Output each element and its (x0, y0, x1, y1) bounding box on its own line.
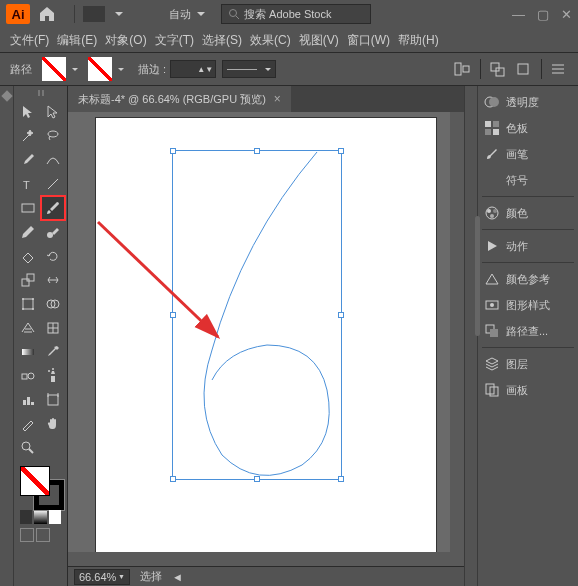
stroke-weight-input[interactable]: ▲▼ (170, 60, 216, 78)
eraser-tool[interactable] (16, 244, 41, 268)
rectangle-tool[interactable] (16, 196, 41, 220)
free-transform-tool[interactable] (16, 292, 41, 316)
toolbox-grip[interactable] (16, 90, 65, 98)
resize-handle[interactable] (170, 312, 176, 318)
perspective-grid-tool[interactable] (16, 316, 41, 340)
selection-tool[interactable] (16, 100, 41, 124)
home-icon[interactable] (38, 5, 56, 23)
chevron-down-icon[interactable] (118, 68, 124, 71)
menu-type[interactable]: 文字(T) (155, 32, 194, 49)
artboard-tool[interactable] (41, 388, 66, 412)
menu-edit[interactable]: 编辑(E) (57, 32, 97, 49)
menu-view[interactable]: 视图(V) (299, 32, 339, 49)
panel-brushes[interactable]: 画笔 (482, 144, 574, 164)
color-mode-none[interactable] (49, 510, 61, 524)
panel-gutter[interactable] (464, 86, 478, 586)
shape-builder-tool[interactable] (41, 292, 66, 316)
column-graph-tool[interactable] (16, 388, 41, 412)
panel-graphic-styles[interactable]: 图形样式 (482, 295, 574, 315)
symbol-sprayer-tool[interactable] (41, 364, 66, 388)
zoom-tool[interactable] (16, 436, 41, 460)
magic-wand-tool[interactable] (16, 124, 41, 148)
panel-layers[interactable]: 图层 (482, 354, 574, 374)
panel-color-guide[interactable]: 颜色参考 (482, 269, 574, 289)
fill-swatch[interactable] (42, 57, 66, 81)
close-tab-icon[interactable]: × (274, 92, 281, 106)
menu-effect[interactable]: 效果(C) (250, 32, 291, 49)
svg-rect-27 (22, 349, 34, 355)
auto-dropdown[interactable]: 自动 (169, 7, 211, 22)
toolbox: T (14, 86, 68, 586)
svg-point-14 (47, 232, 53, 238)
hand-tool[interactable] (41, 412, 66, 436)
panel-transparency[interactable]: 透明度 (482, 92, 574, 112)
search-placeholder: 搜索 Adobe Stock (244, 7, 331, 22)
status-nav-prev[interactable]: ◄ (172, 571, 183, 583)
pencil-tool[interactable] (16, 220, 41, 244)
slice-tool[interactable] (16, 412, 41, 436)
resize-handle[interactable] (170, 148, 176, 154)
color-mode-gradient[interactable] (34, 510, 46, 524)
pen-tool[interactable] (16, 148, 41, 172)
horizontal-scrollbar[interactable] (68, 552, 450, 566)
resize-handle[interactable] (170, 476, 176, 482)
resize-handle[interactable] (254, 476, 260, 482)
panel-pathfinder[interactable]: 路径查... (482, 321, 574, 341)
panel-artboards[interactable]: 画板 (482, 380, 574, 400)
direct-selection-tool[interactable] (41, 100, 66, 124)
color-mode-solid[interactable] (20, 510, 32, 524)
scale-tool[interactable] (16, 268, 41, 292)
panel-menu-icon[interactable] (550, 61, 568, 77)
screen-mode-full[interactable] (36, 528, 50, 542)
line-tool[interactable] (41, 172, 66, 196)
resize-handle[interactable] (338, 312, 344, 318)
search-input[interactable]: 搜索 Adobe Stock (221, 4, 371, 24)
panel-symbols[interactable]: 符号 (482, 170, 574, 190)
document-tab[interactable]: 未标题-4* @ 66.64% (RGB/GPU 预览) × (68, 86, 291, 112)
panel-swatches[interactable]: 色板 (482, 118, 574, 138)
shape-mode-icon[interactable] (489, 61, 507, 77)
resize-handle[interactable] (338, 476, 344, 482)
screen-mode-normal[interactable] (20, 528, 34, 542)
stroke-swatch[interactable] (88, 57, 112, 81)
canvas-viewport[interactable] (68, 112, 464, 566)
collapse-handle[interactable] (1, 90, 12, 101)
maximize-button[interactable]: ▢ (537, 7, 549, 22)
blend-tool[interactable] (16, 364, 41, 388)
paintbrush-tool[interactable] (41, 196, 66, 220)
svg-text:T: T (23, 179, 30, 191)
mesh-tool[interactable] (41, 316, 66, 340)
resize-handle[interactable] (338, 148, 344, 154)
width-tool[interactable] (41, 268, 66, 292)
artboard[interactable] (96, 118, 436, 566)
panel-actions[interactable]: 动作 (482, 236, 574, 256)
resize-handle[interactable] (254, 148, 260, 154)
gradient-tool[interactable] (16, 340, 41, 364)
fill-indicator[interactable] (20, 466, 50, 496)
menu-help[interactable]: 帮助(H) (398, 32, 439, 49)
menu-select[interactable]: 选择(S) (202, 32, 242, 49)
menu-window[interactable]: 窗口(W) (347, 32, 390, 49)
vertical-scrollbar[interactable] (450, 112, 464, 566)
panel-color[interactable]: 颜色 (482, 203, 574, 223)
eyedropper-tool[interactable] (41, 340, 66, 364)
minimize-button[interactable]: — (512, 7, 525, 22)
curvature-tool[interactable] (41, 148, 66, 172)
selection-bounding-box[interactable] (172, 150, 342, 480)
menu-object[interactable]: 对象(O) (105, 32, 146, 49)
stroke-label: 描边 : (138, 62, 166, 77)
workspace-layout-icon[interactable] (83, 6, 105, 22)
fill-stroke-indicator[interactable] (16, 466, 65, 508)
chevron-down-icon[interactable] (115, 12, 123, 16)
rotate-tool[interactable] (41, 244, 66, 268)
chevron-down-icon[interactable] (72, 68, 78, 71)
align-icon[interactable] (454, 61, 472, 77)
zoom-input[interactable]: 66.64% ▼ (74, 569, 130, 585)
close-button[interactable]: ✕ (561, 7, 572, 22)
menu-file[interactable]: 文件(F) (10, 32, 49, 49)
transform-icon[interactable] (515, 61, 533, 77)
stroke-profile-dropdown[interactable] (222, 60, 276, 78)
type-tool[interactable]: T (16, 172, 41, 196)
blob-brush-tool[interactable] (41, 220, 66, 244)
lasso-tool[interactable] (41, 124, 66, 148)
